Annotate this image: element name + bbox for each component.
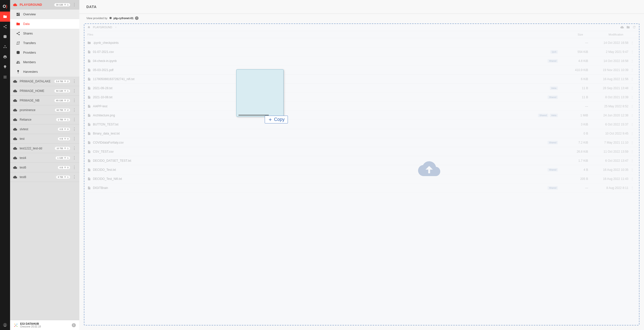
file-tag: Shared	[548, 95, 558, 99]
file-size: 11 B	[558, 86, 588, 90]
file-row[interactable]: COVIDdataForItaly.csvShared7.2 KiB7 May …	[84, 138, 639, 147]
rail-list-icon[interactable]	[0, 72, 10, 82]
file-menu-icon[interactable]: ⋮	[628, 105, 636, 108]
space-menu-icon[interactable]: ⋮	[70, 127, 76, 131]
space-row-primage_datalake[interactable]: PRIMAGE_DATALAKE3.6 TiB 2⋮	[10, 77, 79, 86]
subnav-members[interactable]: Members	[10, 57, 79, 67]
space-name: test4	[20, 156, 54, 160]
space-menu-icon[interactable]: ⋮	[70, 108, 76, 112]
rail-cluster-icon[interactable]	[0, 42, 10, 52]
space-row-primage_home[interactable]: PRIMAGE_HOME50 GiB 1⋮	[10, 86, 79, 96]
file-menu-icon[interactable]: ⋮	[628, 186, 636, 190]
provider-name: plg-cyfronet-01	[114, 17, 133, 20]
file-menu-icon[interactable]: ⋮	[628, 150, 636, 153]
file-row[interactable]: 01-07-2021.csvQoS554 KiB2 May 2021 9:47⋮	[84, 47, 639, 56]
subnav-harvesters[interactable]: Harvesters	[10, 67, 79, 77]
file-menu-icon[interactable]: ⋮	[628, 177, 636, 181]
file-menu-icon[interactable]: ⋮	[628, 86, 636, 90]
subnav-label: Transfers	[23, 41, 36, 45]
space-row-test1222_test-dd[interactable]: test1222_test-dd10 TiB 1⋮	[10, 144, 79, 153]
new-folder-icon[interactable]	[626, 25, 630, 29]
subnav-label: Members	[23, 60, 36, 64]
file-row[interactable]: CSV_TEST.csv26.8 KiB11 Oct 2022 13:59⋮	[84, 147, 639, 156]
file-menu-icon[interactable]: ⋮	[628, 50, 636, 54]
space-menu-icon[interactable]: ⋮	[70, 156, 76, 160]
file-menu-icon[interactable]: ⋮	[628, 168, 636, 172]
file-row[interactable]: 05-03-2021.pdf410.9 KiB19 Nov 2021 10:39…	[84, 65, 639, 75]
file-browser[interactable]: PLAYGROUND Files Size Mod	[84, 23, 639, 325]
file-row[interactable]: DECIDO_Test.txtShared4 B16 Aug 2022 10:3…	[84, 165, 639, 174]
file-row[interactable]: 04-check-in.ipynbShared4.8 KiB14 Oct 202…	[84, 56, 639, 65]
space-menu-icon[interactable]: ⋮	[70, 146, 76, 150]
space-menu-icon[interactable]: ⋮	[70, 175, 76, 179]
space-row-test[interactable]: test0 B 0⋮	[10, 134, 79, 144]
rail-database-icon[interactable]	[0, 32, 10, 42]
space-row-prominence[interactable]: prominence60 TiB 2⋮	[10, 105, 79, 115]
subnav-overview[interactable]: Overview	[10, 10, 79, 19]
space-row-reliance[interactable]: Reliance1 TiB 1⋮	[10, 115, 79, 124]
file-row[interactable]: AI4PP-test—25 May 2022 8:52⋮	[84, 102, 639, 111]
refresh-icon[interactable]	[632, 25, 636, 29]
subnav-label: Shares	[23, 32, 33, 35]
file-mod: 8 Oct 2021 13:39	[588, 95, 628, 99]
space-menu-icon[interactable]: ⋮	[70, 118, 76, 122]
file-icon	[87, 141, 93, 144]
breadcrumb-root[interactable]: PLAYGROUND	[93, 26, 112, 29]
subnav-data[interactable]: Data	[10, 19, 79, 29]
file-menu-icon[interactable]: ⋮	[628, 141, 636, 144]
space-menu-icon[interactable]: ⋮	[70, 3, 76, 7]
space-menu-icon[interactable]: ⋮	[70, 79, 76, 83]
file-row[interactable]: DECIDO_DATSET_TEST.txt1.7 KiB6 Oct 2022 …	[84, 156, 639, 165]
space-row-test8[interactable]: test88 TiB 1⋮	[10, 172, 79, 182]
file-row[interactable]: 2021-09-28.txtMeta11 B28 Sep 2021 13:48⋮	[84, 84, 639, 93]
space-row-test6[interactable]: test60 B 0⋮	[10, 163, 79, 172]
subnav-transfers[interactable]: Transfers	[10, 38, 79, 48]
file-row[interactable]: 2021-10-08.txtShared11 B8 Oct 2021 13:39…	[84, 93, 639, 102]
space-name: test1222_test-dd	[20, 147, 54, 150]
space-menu-icon[interactable]: ⋮	[70, 98, 76, 103]
upload-icon[interactable]	[620, 25, 624, 29]
file-name: .ipynb_checkpoints	[93, 41, 558, 45]
file-icon	[87, 114, 93, 117]
space-menu-icon[interactable]: ⋮	[70, 89, 76, 93]
rail-print-icon[interactable]	[0, 52, 10, 62]
space-row-test4[interactable]: test41 GiB 1⋮	[10, 153, 79, 163]
file-row[interactable]: 1178050881637282741_nifi.txt6 KiB16 Aug …	[84, 75, 639, 84]
rail-user-icon[interactable]	[0, 320, 10, 330]
file-row[interactable]: BUTTON_TEST.txt3 KiB6 Oct 2022 15:37⋮	[84, 120, 639, 129]
chevron-down-icon[interactable]	[115, 26, 117, 28]
col-files[interactable]: Files	[87, 33, 548, 36]
file-row[interactable]: Architecture.pngSharedMeta1 MiB24 Jun 20…	[84, 111, 639, 120]
file-menu-icon[interactable]: ⋮	[628, 77, 636, 81]
rail-share-icon[interactable]	[0, 22, 10, 32]
space-row-playground[interactable]: PLAYGROUND30 GiB 1⋮	[10, 0, 79, 10]
help-icon[interactable]: ?	[135, 16, 139, 20]
info-icon[interactable]: i	[72, 323, 76, 327]
file-row[interactable]: DECIDO_Test_Nifi.txt205 B16 Aug 2022 11:…	[84, 174, 639, 183]
rail-bulb-icon[interactable]	[0, 62, 10, 72]
file-row[interactable]: Binary_data_test.txt0 B10 Oct 2022 9:45⋮	[84, 129, 639, 138]
subnav-providers[interactable]: Providers	[10, 48, 79, 57]
col-size[interactable]: Size	[548, 33, 588, 36]
space-name: test6	[20, 166, 57, 169]
file-menu-icon[interactable]: ⋮	[628, 95, 636, 99]
file-menu-icon[interactable]: ⋮	[628, 68, 636, 72]
file-menu-icon[interactable]: ⋮	[628, 59, 636, 63]
file-menu-icon[interactable]: ⋮	[628, 123, 636, 126]
subnav-shares[interactable]: Shares	[10, 29, 79, 38]
rail-folder-icon[interactable]	[0, 12, 10, 22]
file-menu-icon[interactable]: ⋮	[628, 41, 636, 45]
space-menu-icon[interactable]: ⋮	[70, 137, 76, 141]
space-row-slvtest[interactable]: slvtest0 B 0⋮	[10, 124, 79, 134]
col-mod[interactable]: Modification	[588, 33, 628, 36]
file-row[interactable]: DIGITBrainShared—8 Aug 2022 8:11⋮	[84, 183, 639, 192]
file-menu-icon[interactable]: ⋮	[628, 114, 636, 117]
file-row[interactable]: .ipynb_checkpoints—14 Oct 2022 16:58⋮	[84, 38, 639, 47]
space-menu-icon[interactable]: ⋮	[70, 166, 76, 170]
space-row-primage_nb[interactable]: PRIMAGE_NB65 GiB 2⋮	[10, 96, 79, 105]
file-size: 554 KiB	[558, 50, 588, 54]
home-icon[interactable]	[87, 26, 90, 29]
file-menu-icon[interactable]: ⋮	[628, 159, 636, 162]
breadcrumb: PLAYGROUND	[84, 23, 639, 31]
file-menu-icon[interactable]: ⋮	[628, 132, 636, 135]
